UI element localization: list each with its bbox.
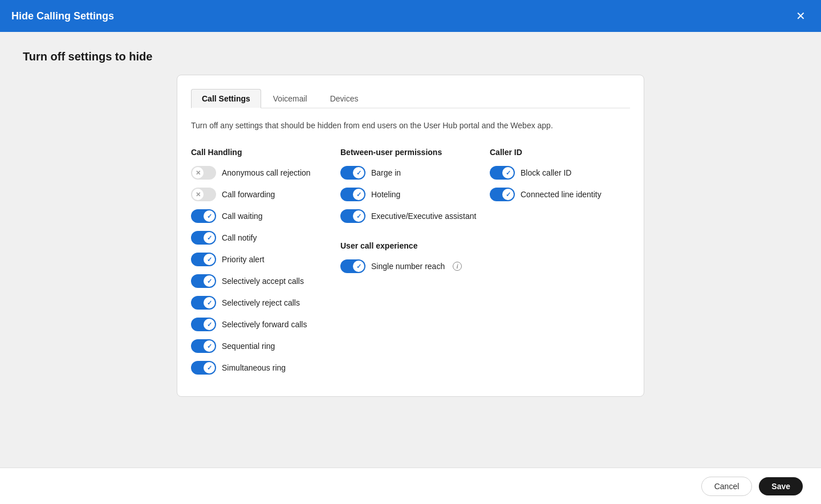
tab-devices[interactable]: Devices <box>319 89 369 108</box>
toggle-thumb: ✓ <box>204 319 215 330</box>
check-icon: ✓ <box>356 213 361 220</box>
hoteling-toggle[interactable]: ✓ <box>340 188 365 201</box>
close-button[interactable]: ✕ <box>791 7 810 25</box>
connected-line-toggle[interactable]: ✓ <box>490 188 515 201</box>
caller-id-section: Caller ID ✓ Block caller ID ✓ <box>490 148 630 383</box>
check-icon: ✓ <box>207 321 212 328</box>
close-icon: ✕ <box>796 9 806 23</box>
settings-grid: Call Handling ✕ Anonymous call rejection… <box>191 148 630 383</box>
call-notify-label: Call notify <box>222 233 257 242</box>
toggle-thumb: ✓ <box>502 189 514 200</box>
executive-label: Executive/Executive assistant <box>371 212 476 221</box>
toggle-thumb: ✕ <box>192 189 204 200</box>
call-forwarding-toggle[interactable]: ✕ <box>191 188 216 201</box>
list-item: ✓ Executive/Executive assistant <box>340 209 481 223</box>
call-forwarding-label: Call forwarding <box>222 190 275 199</box>
selectively-accept-label: Selectively accept calls <box>222 277 304 286</box>
sequential-ring-toggle[interactable]: ✓ <box>191 339 216 353</box>
page-title: Turn off settings to hide <box>23 50 798 63</box>
check-icon: ✓ <box>506 191 511 198</box>
connected-line-label: Connected line identity <box>521 190 601 199</box>
selectively-forward-label: Selectively forward calls <box>222 320 307 329</box>
toggle-thumb: ✓ <box>502 167 514 178</box>
check-icon: ✓ <box>207 213 212 220</box>
list-item: ✓ Single number reach i <box>340 259 481 273</box>
check-icon: ✓ <box>356 191 361 198</box>
list-item: ✓ Block caller ID <box>490 166 630 180</box>
single-number-reach-label: Single number reach <box>371 262 445 271</box>
list-item: ✓ Selectively accept calls <box>191 274 331 288</box>
toggle-thumb: ✓ <box>204 254 215 265</box>
modal-footer: Cancel Save <box>0 468 821 504</box>
list-item: ✓ Call waiting <box>191 209 331 223</box>
toggle-thumb: ✓ <box>204 362 215 373</box>
list-item: ✓ Selectively reject calls <box>191 296 331 310</box>
call-waiting-label: Call waiting <box>222 212 263 221</box>
description-text: Turn off any settings that should be hid… <box>191 120 630 132</box>
list-item: ✓ Connected line identity <box>490 188 630 201</box>
toggle-thumb: ✓ <box>204 232 215 243</box>
settings-card: Call Settings Voicemail Devices Turn off… <box>177 75 644 397</box>
toggle-thumb: ✓ <box>353 189 364 200</box>
toggle-thumb: ✓ <box>353 167 364 178</box>
modal-header: Hide Calling Settings ✕ <box>0 0 821 32</box>
call-notify-toggle[interactable]: ✓ <box>191 231 216 245</box>
list-item: ✕ Call forwarding <box>191 188 331 201</box>
cross-icon: ✕ <box>196 191 201 198</box>
toggle-thumb: ✓ <box>204 210 215 222</box>
list-item: ✓ Priority alert <box>191 253 331 266</box>
tab-bar: Call Settings Voicemail Devices <box>191 89 630 108</box>
check-icon: ✓ <box>207 299 212 307</box>
list-item: ✓ Sequential ring <box>191 339 331 353</box>
list-item: ✕ Anonymous call rejection <box>191 166 331 180</box>
selectively-reject-toggle[interactable]: ✓ <box>191 296 216 310</box>
caller-id-title: Caller ID <box>490 148 630 157</box>
list-item: ✓ Selectively forward calls <box>191 318 331 331</box>
between-user-title: Between-user permissions <box>340 148 481 157</box>
list-item: ✓ Barge in <box>340 166 481 180</box>
hoteling-label: Hoteling <box>371 190 400 199</box>
call-handling-title: Call Handling <box>191 148 331 157</box>
check-icon: ✓ <box>356 263 361 270</box>
block-caller-id-label: Block caller ID <box>521 168 571 177</box>
user-call-experience-section: User call experience ✓ Single number rea… <box>340 241 481 273</box>
simultaneous-ring-label: Simultaneous ring <box>222 363 286 372</box>
tab-voicemail[interactable]: Voicemail <box>262 89 318 108</box>
check-icon: ✓ <box>356 169 361 177</box>
priority-alert-toggle[interactable]: ✓ <box>191 253 216 266</box>
barge-in-toggle[interactable]: ✓ <box>340 166 365 180</box>
simultaneous-ring-toggle[interactable]: ✓ <box>191 361 216 375</box>
check-icon: ✓ <box>207 278 212 285</box>
selectively-accept-toggle[interactable]: ✓ <box>191 274 216 288</box>
toggle-thumb: ✕ <box>192 167 204 178</box>
check-icon: ✓ <box>207 234 212 242</box>
check-icon: ✓ <box>207 364 212 372</box>
selectively-forward-toggle[interactable]: ✓ <box>191 318 216 331</box>
toggle-thumb: ✓ <box>204 340 215 352</box>
barge-in-label: Barge in <box>371 168 401 177</box>
toggle-thumb: ✓ <box>353 210 364 222</box>
selectively-reject-label: Selectively reject calls <box>222 298 300 307</box>
call-handling-section: Call Handling ✕ Anonymous call rejection… <box>191 148 331 383</box>
between-user-section: Between-user permissions ✓ Barge in ✓ <box>340 148 481 383</box>
anonymous-call-rejection-toggle[interactable]: ✕ <box>191 166 216 180</box>
info-icon: i <box>453 262 462 271</box>
modal-title: Hide Calling Settings <box>11 10 114 22</box>
save-button[interactable]: Save <box>759 477 803 495</box>
list-item: ✓ Hoteling <box>340 188 481 201</box>
block-caller-id-toggle[interactable]: ✓ <box>490 166 515 180</box>
priority-alert-label: Priority alert <box>222 255 265 264</box>
user-call-experience-title: User call experience <box>340 241 481 250</box>
executive-toggle[interactable]: ✓ <box>340 209 365 223</box>
check-icon: ✓ <box>506 169 511 177</box>
check-icon: ✓ <box>207 256 212 263</box>
call-waiting-toggle[interactable]: ✓ <box>191 209 216 223</box>
single-number-reach-toggle[interactable]: ✓ <box>340 259 365 273</box>
cancel-button[interactable]: Cancel <box>701 477 753 496</box>
main-content: Turn off settings to hide Call Settings … <box>0 32 821 504</box>
tab-call-settings[interactable]: Call Settings <box>191 89 261 108</box>
check-icon: ✓ <box>207 343 212 350</box>
anonymous-call-rejection-label: Anonymous call rejection <box>222 168 311 177</box>
toggle-thumb: ✓ <box>353 261 364 272</box>
sequential-ring-label: Sequential ring <box>222 342 275 351</box>
